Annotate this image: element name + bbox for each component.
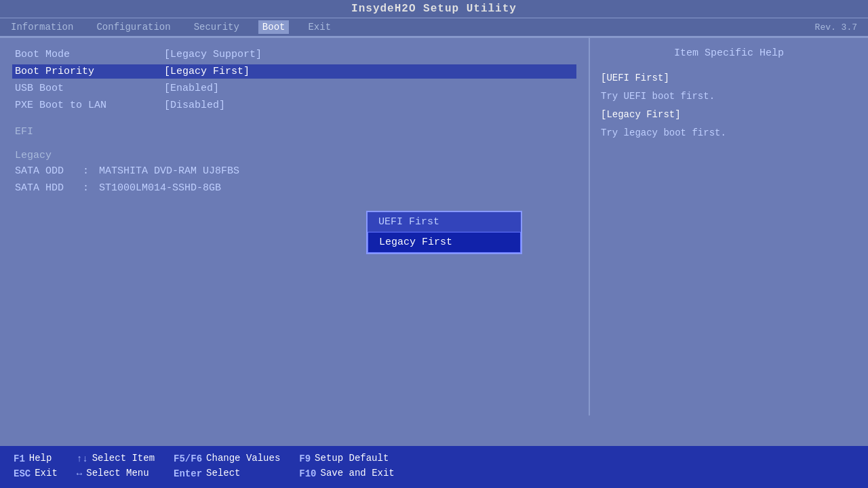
help-line-2: [Legacy First] bbox=[601, 108, 857, 122]
boot-priority-label: Boot Priority bbox=[15, 66, 164, 77]
footer-f1-desc: Help bbox=[29, 452, 52, 466]
footer-esc-row: ESC Exit bbox=[14, 467, 58, 481]
title-text: InsydeH2O Setup Utility bbox=[351, 3, 517, 15]
footer-col-f1-esc: F1 Help ESC Exit bbox=[14, 452, 58, 481]
footer-f9-row: F9 Setup Default bbox=[299, 452, 394, 466]
right-panel: Item Specific Help [UEFI First] Try UEFI… bbox=[590, 38, 868, 415]
menu-item-information[interactable]: Information bbox=[7, 20, 77, 34]
footer-enter-desc: Select bbox=[206, 467, 240, 481]
dropdown-option-legacy-first[interactable]: Legacy First bbox=[368, 232, 521, 253]
sata-hdd-row: SATA HDD : ST1000LM014-SSHD-8GB bbox=[12, 181, 576, 195]
menu-item-exit[interactable]: Exit bbox=[304, 20, 335, 34]
menu-item-security[interactable]: Security bbox=[190, 20, 243, 34]
menu-item-boot[interactable]: Boot bbox=[258, 20, 290, 34]
menu-item-configuration[interactable]: Configuration bbox=[92, 20, 174, 34]
dropdown-option-uefi-first[interactable]: UEFI First bbox=[368, 212, 521, 232]
footer-enter-key: Enter bbox=[174, 468, 202, 479]
footer-f5f6-row: F5/F6 Change Values bbox=[174, 452, 280, 466]
help-line-3: Try legacy boot first. bbox=[601, 126, 857, 140]
footer-f10-desc: Save and Exit bbox=[321, 467, 395, 481]
footer-esc-key: ESC bbox=[14, 468, 31, 479]
footer-f5f6-desc: Change Values bbox=[206, 452, 280, 466]
footer-col-f5f6-enter: F5/F6 Change Values Enter Select bbox=[174, 452, 280, 481]
footer-enter-row: Enter Select bbox=[174, 467, 280, 481]
footer-updown-desc: Select Item bbox=[92, 452, 155, 466]
footer: F1 Help ESC Exit ↑↓ Select Item ↔ Select… bbox=[0, 446, 868, 488]
sata-odd-sep: : bbox=[83, 165, 99, 177]
footer-leftright-row: ↔ Select Menu bbox=[77, 467, 155, 481]
usb-boot-value: [Enabled] bbox=[164, 83, 219, 94]
usb-boot-row[interactable]: USB Boot [Enabled] bbox=[12, 81, 576, 96]
footer-f1-row: F1 Help bbox=[14, 452, 58, 466]
title-bar: InsydeH2O Setup Utility bbox=[0, 0, 868, 18]
footer-leftright-key: ↔ bbox=[77, 468, 82, 479]
footer-f10-row: F10 Save and Exit bbox=[299, 467, 394, 481]
footer-updown-key: ↑↓ bbox=[77, 453, 88, 464]
boot-mode-value: [Legacy Support] bbox=[164, 49, 262, 60]
boot-mode-row[interactable]: Boot Mode [Legacy Support] bbox=[12, 47, 576, 62]
pxe-boot-row[interactable]: PXE Boot to LAN [Disabled] bbox=[12, 98, 576, 113]
footer-col-f9f10: F9 Setup Default F10 Save and Exit bbox=[299, 452, 394, 481]
left-panel: Boot Mode [Legacy Support] Boot Priority… bbox=[0, 38, 590, 415]
help-line-1: Try UEFI boot first. bbox=[601, 89, 857, 104]
footer-leftright-desc: Select Menu bbox=[86, 467, 149, 481]
boot-priority-row[interactable]: Boot Priority [Legacy First] bbox=[12, 64, 576, 79]
efi-section-header: EFI bbox=[12, 125, 576, 139]
footer-f9-desc: Setup Default bbox=[315, 452, 389, 466]
usb-boot-label: USB Boot bbox=[15, 83, 164, 94]
sata-hdd-label: SATA HDD bbox=[15, 182, 83, 194]
sata-odd-value: MATSHITA DVD-RAM UJ8FBS bbox=[99, 165, 239, 177]
menu-bar: Information Configuration Security Boot … bbox=[0, 18, 868, 37]
help-title: Item Specific Help bbox=[601, 47, 857, 59]
main-content: Boot Mode [Legacy Support] Boot Priority… bbox=[0, 37, 868, 415]
sata-odd-label: SATA ODD bbox=[15, 165, 83, 177]
help-line-0: [UEFI First] bbox=[601, 71, 857, 85]
footer-f9-key: F9 bbox=[299, 453, 311, 464]
footer-esc-desc: Exit bbox=[35, 467, 58, 481]
footer-f10-key: F10 bbox=[299, 468, 316, 479]
footer-updown-row: ↑↓ Select Item bbox=[77, 452, 155, 466]
sata-hdd-value: ST1000LM014-SSHD-8GB bbox=[99, 182, 221, 194]
footer-col-arrows: ↑↓ Select Item ↔ Select Menu bbox=[77, 452, 155, 481]
sata-hdd-sep: : bbox=[83, 182, 99, 194]
footer-f1-key: F1 bbox=[14, 453, 25, 464]
revision-label: Rev. 3.7 bbox=[815, 22, 857, 33]
pxe-boot-value: [Disabled] bbox=[164, 100, 225, 111]
boot-priority-value: [Legacy First] bbox=[164, 66, 250, 77]
legacy-section-header: Legacy bbox=[12, 148, 576, 163]
boot-mode-label: Boot Mode bbox=[15, 49, 164, 60]
dropdown-popup: UEFI First Legacy First bbox=[366, 211, 522, 254]
pxe-boot-label: PXE Boot to LAN bbox=[15, 100, 164, 111]
footer-f5f6-key: F5/F6 bbox=[174, 453, 202, 464]
sata-odd-row: SATA ODD : MATSHITA DVD-RAM UJ8FBS bbox=[12, 164, 576, 178]
